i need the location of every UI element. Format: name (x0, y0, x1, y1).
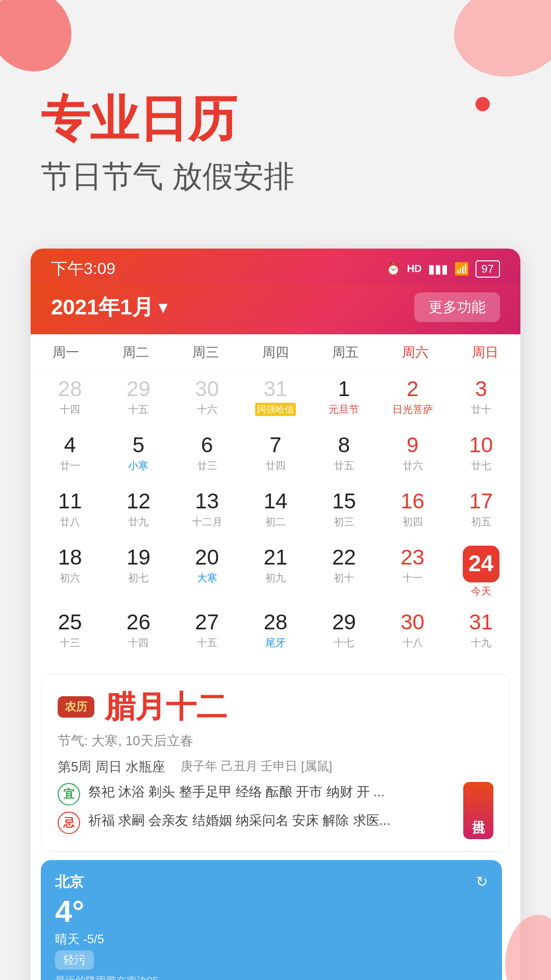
cal-day-27[interactable]: 27 十五 (173, 604, 241, 660)
day-number: 27 (195, 610, 219, 634)
month-label: 2021年1月 (51, 293, 154, 322)
weekday-mon: 周一 (31, 339, 101, 365)
day-number: 31 (469, 610, 493, 634)
cal-day-28[interactable]: 28 尾牙 (241, 604, 310, 660)
cal-day-17[interactable]: 17 初五 (447, 483, 515, 540)
cal-day-31-prev[interactable]: 31 阿强哈信 (241, 371, 310, 427)
cal-day-29-prev[interactable]: 29 十五 (104, 371, 172, 427)
day-sub: 廿五 (334, 459, 354, 473)
day-sub: 十七 (334, 636, 354, 650)
weekday-fri: 周五 (311, 339, 381, 365)
day-number: 15 (332, 489, 356, 513)
cal-day-15[interactable]: 15 初三 (310, 483, 378, 540)
day-number: 11 (58, 489, 82, 513)
lunar-badge: 农历 (58, 696, 94, 718)
cal-day-7[interactable]: 7 廿四 (241, 427, 310, 483)
weather-city: 北京 (55, 872, 84, 892)
cal-day-13[interactable]: 13 十二月 (173, 483, 241, 540)
cal-day-9[interactable]: 9 廿六 (378, 427, 446, 483)
blob-dot-decoration (475, 97, 490, 111)
hd-icon1: HD (407, 263, 422, 275)
cal-day-18[interactable]: 18 初六 (36, 540, 104, 604)
cal-day-6[interactable]: 6 廿三 (173, 427, 241, 483)
lunar-date: 腊月十二 (105, 687, 227, 728)
cal-day-29[interactable]: 29 十七 (310, 604, 378, 660)
day-number: 25 (58, 610, 82, 634)
day-number: 20 (195, 546, 219, 569)
month-selector[interactable]: 2021年1月 ▾ (51, 293, 167, 322)
weekday-sat: 周六 (381, 339, 450, 365)
day-sub: 廿六 (403, 459, 423, 473)
weather-quality: 轻污 (55, 950, 94, 970)
day-number: 22 (332, 546, 356, 569)
tiaoji-button[interactable]: 挑吉日 (463, 782, 493, 839)
lunar-header: 农历 腊月十二 (58, 687, 493, 728)
cal-day-12[interactable]: 12 廿九 (104, 483, 172, 540)
cal-day-25[interactable]: 25 十三 (36, 604, 104, 660)
cal-day-26[interactable]: 26 十四 (104, 604, 172, 660)
cal-day-23[interactable]: 23 十一 (378, 540, 446, 604)
day-number: 24 (463, 546, 499, 582)
ji-text: 祈福 求嗣 会亲友 结婚姻 纳采问名 安床 解除 求医... (88, 811, 463, 830)
auspicious-left: 宜 祭祀 沐浴 剃头 整手足甲 经络 酝酿 开市 纳财 开 ... 忌 祈福 求… (58, 782, 463, 839)
day-sub: 廿七 (471, 459, 491, 473)
day-sub: 廿一 (60, 459, 80, 473)
day-sub: 十二月 (192, 515, 222, 529)
day-sub: 初三 (334, 515, 354, 529)
day-number: 18 (58, 546, 82, 569)
cal-day-8[interactable]: 8 廿五 (310, 427, 378, 483)
status-icons: ⏰ HD ▮▮▮ 📶 97 (386, 260, 500, 278)
calendar-grid: 28 十四 29 十五 30 十六 31 阿强哈信 1 元旦节 2 日光菩萨 3… (31, 371, 520, 666)
calendar-header: 2021年1月 ▾ 更多功能 (31, 284, 520, 334)
day-sub: 初六 (60, 571, 80, 585)
weather-refresh-icon: ↻ (476, 873, 488, 890)
cal-day-28-prev[interactable]: 28 十四 (36, 371, 104, 427)
day-sub: 十八 (403, 636, 423, 650)
day-number: 10 (469, 433, 493, 457)
cal-day-3[interactable]: 3 廿十 (447, 371, 515, 427)
alarm-icon: ⏰ (386, 262, 401, 276)
weather-section: 北京 ↻ 4° 晴天 -5/5 轻污 最近的降雨带在南边95... (41, 860, 510, 980)
cal-day-24-today[interactable]: 24 今天 (447, 540, 515, 604)
cal-day-20[interactable]: 20 大寒 (173, 540, 241, 604)
cal-day-4[interactable]: 4 廿一 (36, 427, 104, 483)
yi-icon: 宜 (58, 783, 80, 805)
day-number: 31 (264, 377, 288, 401)
cal-day-2[interactable]: 2 日光菩萨 (378, 371, 446, 427)
ji-icon: 忌 (58, 812, 80, 834)
cal-day-16[interactable]: 16 初四 (378, 483, 446, 540)
cal-day-5[interactable]: 5 小寒 (104, 427, 172, 483)
day-sub: 十三 (60, 636, 80, 650)
cal-day-19[interactable]: 19 初七 (104, 540, 172, 604)
day-number: 17 (469, 489, 493, 513)
day-sub: 小寒 (128, 459, 148, 473)
day-number: 29 (332, 610, 356, 634)
cal-day-21[interactable]: 21 初九 (241, 540, 310, 604)
auspicious-section: 宜 祭祀 沐浴 剃头 整手足甲 经络 酝酿 开市 纳财 开 ... 忌 祈福 求… (58, 782, 493, 839)
cal-day-1[interactable]: 1 元旦节 (310, 371, 378, 427)
cal-day-11[interactable]: 11 廿八 (36, 483, 104, 540)
cal-day-30[interactable]: 30 十八 (378, 604, 446, 660)
cal-day-10[interactable]: 10 廿七 (447, 427, 515, 483)
day-sub: 十六 (197, 403, 217, 416)
day-sub: 廿三 (197, 459, 217, 473)
cal-day-14[interactable]: 14 初二 (241, 483, 310, 540)
day-sub: 大寒 (197, 571, 217, 585)
month-dropdown-arrow[interactable]: ▾ (159, 298, 167, 317)
weather-card[interactable]: 北京 ↻ 4° 晴天 -5/5 轻污 最近的降雨带在南边95... (41, 860, 502, 980)
cal-day-31[interactable]: 31 十九 (447, 604, 515, 660)
day-sub: 十一 (403, 571, 423, 585)
day-number: 21 (264, 546, 288, 569)
day-sub: 十五 (197, 636, 217, 650)
more-features-button[interactable]: 更多功能 (414, 292, 500, 322)
day-sub: 尾牙 (265, 636, 286, 650)
weekday-headers: 周一 周二 周三 周四 周五 周六 周日 (31, 334, 520, 371)
day-number: 28 (264, 610, 288, 634)
day-number: 5 (133, 433, 144, 457)
day-number: 8 (338, 433, 350, 457)
cal-day-30-prev[interactable]: 30 十六 (173, 371, 241, 427)
day-number: 28 (58, 377, 82, 401)
weekday-wed: 周三 (170, 339, 240, 365)
cal-day-22[interactable]: 22 初十 (310, 540, 378, 604)
app-title: 专业日历 (41, 92, 510, 146)
